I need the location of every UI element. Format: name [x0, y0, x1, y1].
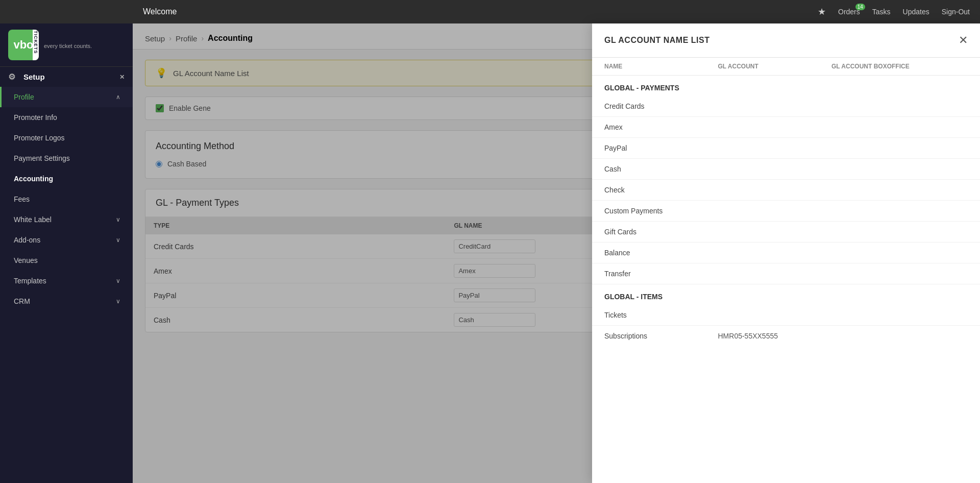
panel-title: GL ACCOUNT NAME LIST — [604, 36, 709, 45]
welcome-text: Welcome — [143, 7, 818, 16]
sidebar-item-promoter-logos-label: Promoter Logos — [14, 134, 65, 142]
list-item: Tickets — [592, 305, 980, 326]
sidebar-item-fees[interactable]: Fees — [0, 189, 133, 209]
tasks-nav[interactable]: Tasks — [872, 8, 891, 16]
logo-text: vbo — [13, 38, 33, 52]
logo-tickets: TICKETS — [33, 30, 39, 60]
item-gl-account: HMR05-55XX5555 — [718, 332, 832, 340]
sidebar-item-payment-settings-label: Payment Settings — [14, 154, 70, 162]
sidebar: vbo TICKETS every ticket counts. ⚙ Setup… — [0, 0, 133, 483]
logo-subtitle: every ticket counts. — [44, 43, 92, 49]
chevron-down-icon-3: ∨ — [116, 277, 120, 284]
sidebar-item-payment-settings[interactable]: Payment Settings — [0, 148, 133, 168]
sidebar-item-crm[interactable]: CRM ∨ — [0, 291, 133, 311]
close-icon[interactable]: ✕ — [119, 74, 125, 81]
side-panel: GL ACCOUNT NAME LIST ✕ NAME GL ACCOUNT G… — [592, 23, 980, 483]
item-name: PayPal — [604, 144, 718, 152]
sidebar-item-crm-label: CRM — [14, 297, 30, 305]
sidebar-item-promoter-info-label: Promoter Info — [14, 113, 57, 122]
panel-group-header: GLOBAL - PAYMENTS — [592, 76, 980, 96]
sidebar-item-fees-label: Fees — [14, 195, 30, 203]
nav-right: ★ Orders 14 Tasks Updates Sign-Out — [818, 6, 970, 17]
panel-col-gl-account: GL ACCOUNT — [718, 63, 832, 70]
sidebar-section-setup[interactable]: ⚙ Setup ✕ — [0, 66, 133, 87]
favorites-icon[interactable]: ★ — [818, 6, 826, 17]
panel-table-header: NAME GL ACCOUNT GL ACCOUNT BOXOFFICE — [592, 58, 980, 76]
sidebar-item-addons-label: Add-ons — [14, 236, 40, 244]
list-item: Subscriptions HMR05-55XX5555 — [592, 326, 980, 346]
list-item: Balance — [592, 243, 980, 263]
item-name: Gift Cards — [604, 228, 718, 236]
chevron-down-icon-2: ∨ — [116, 236, 120, 244]
top-navigation: Welcome ★ Orders 14 Tasks Updates Sign-O… — [0, 0, 980, 23]
panel-header: GL ACCOUNT NAME LIST ✕ — [592, 23, 980, 58]
item-name: Amex — [604, 123, 718, 131]
logo-sub-area: every ticket counts. — [44, 41, 92, 49]
sidebar-item-white-label-label: White Label — [14, 215, 52, 224]
chevron-icon: ∧ — [116, 93, 120, 101]
chevron-down-icon: ∨ — [116, 216, 120, 223]
sidebar-item-venues[interactable]: Venues — [0, 250, 133, 271]
orders-badge: 14 — [855, 4, 865, 10]
list-item: Custom Payments — [592, 201, 980, 222]
gear-icon: ⚙ — [8, 72, 15, 82]
list-item: Cash — [592, 159, 980, 180]
list-item: Gift Cards — [592, 222, 980, 243]
signout-nav[interactable]: Sign-Out — [942, 8, 970, 16]
sidebar-item-white-label[interactable]: White Label ∨ — [0, 209, 133, 230]
sidebar-item-promoter-logos[interactable]: Promoter Logos — [0, 128, 133, 148]
chevron-down-icon-4: ∨ — [116, 298, 120, 305]
sidebar-section-label: Setup — [23, 73, 45, 81]
panel-close-button[interactable]: ✕ — [959, 34, 968, 47]
sidebar-item-accounting-label: Accounting — [14, 175, 53, 183]
panel-col-gl-account-boxoffice: GL ACCOUNT BOXOFFICE — [831, 63, 968, 70]
sidebar-item-accounting[interactable]: Accounting — [0, 168, 133, 189]
panel-body: GLOBAL - PAYMENTS Credit Cards Amex PayP… — [592, 76, 980, 483]
item-name: Tickets — [604, 311, 718, 319]
item-name: Balance — [604, 249, 718, 257]
sidebar-item-promoter-info[interactable]: Promoter Info — [0, 107, 133, 128]
updates-nav[interactable]: Updates — [903, 8, 929, 16]
sidebar-item-templates[interactable]: Templates ∨ — [0, 271, 133, 291]
sidebar-item-profile-label: Profile — [14, 93, 34, 101]
list-item: Check — [592, 180, 980, 201]
sidebar-item-profile[interactable]: Profile ∧ — [0, 87, 133, 107]
item-name: Subscriptions — [604, 332, 718, 340]
item-name: Check — [604, 186, 718, 194]
list-item: Amex — [592, 117, 980, 138]
list-item: PayPal — [592, 138, 980, 159]
item-name: Custom Payments — [604, 207, 718, 215]
item-name: Cash — [604, 165, 718, 173]
panel-col-name: NAME — [604, 63, 718, 70]
list-item: Credit Cards — [592, 96, 980, 117]
logo-area: vbo TICKETS every ticket counts. — [0, 23, 133, 66]
panel-group-header: GLOBAL - ITEMS — [592, 284, 980, 305]
sidebar-item-templates-label: Templates — [14, 277, 46, 285]
item-name: Transfer — [604, 270, 718, 278]
sidebar-item-addons[interactable]: Add-ons ∨ — [0, 230, 133, 250]
list-item: Transfer — [592, 263, 980, 284]
logo-box: vbo TICKETS — [8, 30, 39, 60]
sidebar-item-venues-label: Venues — [14, 256, 38, 264]
item-name: Credit Cards — [604, 102, 718, 110]
orders-nav[interactable]: Orders 14 — [838, 8, 860, 16]
